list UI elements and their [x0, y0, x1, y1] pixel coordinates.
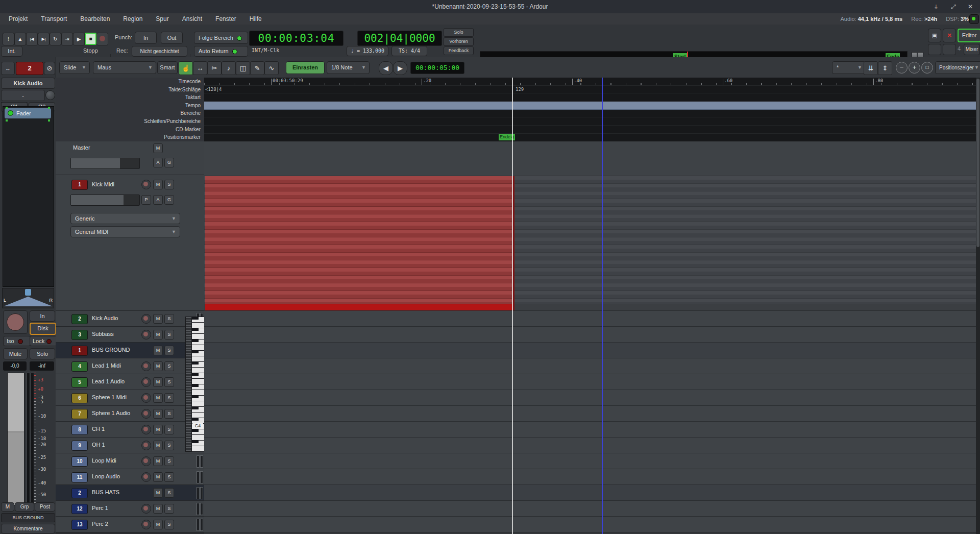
ruler-meter[interactable]	[204, 93, 980, 102]
smart-mode-button[interactable]: Smart	[157, 61, 178, 74]
sync-source-button[interactable]: Int.	[1, 46, 22, 57]
output-button[interactable]: -	[1, 90, 45, 101]
track-name[interactable]: Perc 1	[92, 505, 108, 511]
track-number[interactable]: 8	[71, 425, 88, 435]
track-name[interactable]: CH 1	[92, 426, 105, 432]
peak-display[interactable]: -inf	[30, 361, 54, 371]
menu-bearbeiten[interactable]: Bearbeiten	[74, 13, 116, 25]
automation-g-button[interactable]: G	[164, 195, 174, 205]
ruler-bars-beats[interactable]: <128|4 129	[204, 85, 980, 93]
track-number[interactable]: 13	[71, 520, 88, 530]
mute-button[interactable]: M	[153, 361, 163, 371]
track-name[interactable]: BUS GROUND	[92, 347, 130, 353]
track-number[interactable]: 2	[71, 314, 88, 324]
timefx-tool-button[interactable]: ◫	[236, 61, 250, 75]
scrollbar-thumb[interactable]	[976, 79, 979, 247]
comments-button[interactable]: Kommentare	[1, 524, 55, 533]
canvas-track-lane[interactable]	[204, 406, 980, 422]
record-enable-button[interactable]	[141, 409, 151, 419]
loop-button[interactable]: ↻	[50, 33, 61, 45]
mute-button[interactable]: M	[153, 472, 163, 482]
menu-spur[interactable]: Spur	[149, 13, 175, 25]
midi-track-header[interactable]: 1 Kick Midi M S P A G Generic▼ General M…	[56, 175, 204, 311]
solo-button[interactable]: S	[164, 504, 174, 514]
record-enable-button[interactable]	[141, 180, 151, 189]
track-number[interactable]: 1	[71, 180, 88, 190]
ruler-label[interactable]: CD-Marker	[58, 127, 201, 132]
track-header-row[interactable]: 1 BUS GROUND M S	[56, 343, 204, 358]
track-name[interactable]: BUS HATS	[92, 489, 119, 495]
track-header-row[interactable]: 7 Sphere 1 Audio M S	[56, 406, 204, 422]
strip-name-button[interactable]: Kick Audio	[1, 78, 55, 89]
track-header-row[interactable]: 4 Lead 1 Midi M S	[56, 358, 204, 374]
solo-button[interactable]: S	[164, 314, 174, 324]
record-enable-button[interactable]	[141, 520, 151, 529]
zoom-out-icon[interactable]: −	[896, 62, 908, 74]
midi-region-name-bar[interactable]	[205, 304, 513, 310]
canvas-track-lane[interactable]	[204, 422, 980, 438]
track-header-row[interactable]: 10 Loop Midi M S	[56, 453, 204, 469]
mute-button[interactable]: M	[153, 520, 163, 529]
track-header-row[interactable]: 2 BUS HATS M S	[56, 485, 204, 501]
solo-button[interactable]: S	[164, 393, 174, 403]
track-header-row[interactable]: 6 Sphere 1 Midi M S	[56, 390, 204, 406]
menu-region[interactable]: Region	[116, 13, 149, 25]
ruler-cd-marker[interactable]	[204, 126, 980, 134]
track-name[interactable]: OH 1	[92, 442, 105, 448]
track-name[interactable]: Kick Audio	[92, 315, 118, 321]
cut-tool-button[interactable]: ✂	[207, 61, 222, 75]
ruler-tempo[interactable]	[204, 102, 980, 110]
record-enable-button[interactable]	[141, 330, 151, 339]
output-bus-label[interactable]: BUS GROUND	[1, 513, 55, 522]
auditioning-button[interactable]: Vorhören	[444, 37, 474, 46]
trim-knob[interactable]	[45, 90, 55, 100]
track-gain-slider[interactable]	[70, 195, 140, 206]
solo-global-button[interactable]: Solo	[444, 28, 474, 37]
solo-button[interactable]: S	[164, 441, 174, 450]
metronome-button[interactable]: ▲	[14, 33, 26, 45]
zoom-fit-icon[interactable]: □	[921, 62, 933, 74]
record-enable-button[interactable]	[141, 441, 151, 450]
record-enable-button[interactable]	[141, 393, 151, 403]
nudge-clock[interactable]: 00:00:05:00	[410, 62, 464, 74]
ruler-loop-punch[interactable]	[204, 117, 980, 126]
track-name[interactable]: Perc 2	[92, 521, 108, 527]
track-name[interactable]: Kick Midi	[92, 181, 114, 187]
canvas-track-lane[interactable]	[204, 501, 980, 517]
stop-button[interactable]: ■	[85, 33, 96, 45]
menu-hilfe[interactable]: Hilfe	[243, 13, 268, 25]
track-number[interactable]: 6	[71, 393, 88, 403]
master-automation-g-button[interactable]: G	[164, 158, 174, 167]
record-enable-button[interactable]	[141, 425, 151, 434]
midi-canvas-lane[interactable]	[204, 175, 980, 311]
ruler-ranges[interactable]	[204, 109, 980, 117]
canvas-track-lane[interactable]	[204, 453, 980, 469]
metering-point-button[interactable]: M	[1, 502, 14, 512]
ruler-timecode[interactable]: 00:03:50:29.20.40.60.80	[204, 78, 980, 86]
recorder-button[interactable]	[943, 44, 956, 55]
gain-display[interactable]: -0,0	[3, 361, 27, 371]
master-canvas-lane[interactable]	[204, 141, 980, 176]
track-header-row[interactable]: 12 Perc 1 M S	[56, 501, 204, 517]
zoom-in-icon[interactable]: +	[909, 62, 920, 74]
track-name[interactable]: Lead 1 Midi	[92, 362, 121, 369]
ruler-location-markers[interactable]: Ende◀	[204, 133, 980, 142]
playhead[interactable]	[512, 78, 513, 534]
minimize-icon[interactable]: ⤓	[930, 2, 942, 11]
menu-transport[interactable]: Transport	[34, 13, 74, 25]
mute-button[interactable]: M	[153, 180, 163, 189]
menu-ansicht[interactable]: Ansicht	[176, 13, 209, 25]
track-number[interactable]: 9	[71, 441, 88, 451]
solo-button[interactable]: Solo	[30, 348, 55, 359]
midi-scroomer-keyboard[interactable]: C4	[185, 317, 204, 452]
mute-button[interactable]: M	[153, 504, 163, 514]
gain-fader[interactable]	[7, 373, 24, 505]
processor-fader-entry[interactable]: Fader	[5, 108, 51, 118]
error-log-icon[interactable]: ✕	[943, 29, 956, 42]
play-button[interactable]: ▶	[73, 33, 85, 45]
track-header-row[interactable]: 3 Subbass M S	[56, 327, 204, 343]
piano-keyboard[interactable]: C4	[192, 317, 204, 452]
master-mute-button[interactable]: M	[153, 143, 163, 153]
track-name[interactable]: Subbass	[92, 331, 114, 337]
status-led-button[interactable]	[969, 14, 979, 24]
